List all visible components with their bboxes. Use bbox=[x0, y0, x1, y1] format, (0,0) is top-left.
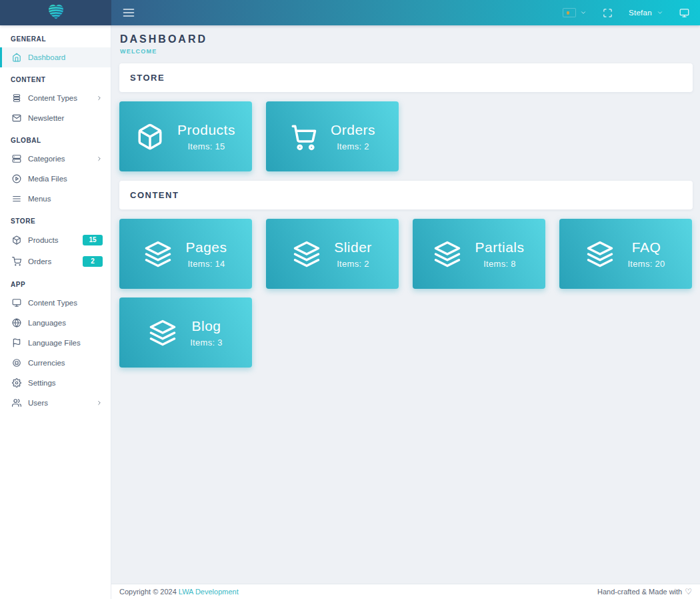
sidebar-item-dashboard[interactable]: Dashboard bbox=[0, 47, 111, 67]
sidebar-item-app-content-types[interactable]: Content Types bbox=[0, 293, 111, 313]
products-count-badge: 15 bbox=[83, 235, 103, 245]
globe-icon bbox=[12, 318, 21, 328]
fullscreen-button[interactable] bbox=[603, 8, 613, 18]
tile-count: Items: 8 bbox=[483, 259, 516, 269]
home-icon bbox=[12, 53, 21, 62]
tile-count: Items: 3 bbox=[190, 338, 223, 348]
sidebar-section-content: CONTENT bbox=[0, 67, 111, 88]
user-menu[interactable]: Stefan bbox=[629, 9, 663, 17]
layers-icon bbox=[293, 240, 321, 268]
gear-icon bbox=[12, 378, 21, 388]
sidebar: GENERAL Dashboard CONTENT Content Types bbox=[0, 25, 111, 599]
sidebar-item-language-files[interactable]: Language Files bbox=[0, 333, 111, 353]
app-window: Stefan GENERAL Dashboard CONTENT bbox=[0, 0, 700, 599]
sidebar-item-label: Orders bbox=[28, 257, 51, 265]
cart-icon bbox=[289, 123, 317, 151]
lwa-development-link[interactable]: LWA Development bbox=[179, 588, 239, 596]
sidebar-item-label: Users bbox=[28, 399, 48, 407]
blog-tile[interactable]: Blog Items: 3 bbox=[119, 297, 252, 368]
chevron-right-icon bbox=[96, 155, 103, 162]
sidebar-item-label: Languages bbox=[28, 319, 66, 327]
sidebar-item-label: Dashboard bbox=[28, 53, 65, 61]
partials-tile[interactable]: Partials Items: 8 bbox=[413, 219, 545, 289]
heart-icon: ♡ bbox=[685, 587, 692, 596]
sidebar-item-orders[interactable]: Orders 2 bbox=[0, 251, 111, 272]
stack-icon bbox=[12, 93, 21, 103]
footer: Copyright © 2024 LWA Development Hand-cr… bbox=[111, 584, 700, 599]
navbar: Stefan bbox=[111, 0, 700, 25]
orders-tile[interactable]: Orders Items: 2 bbox=[266, 101, 399, 171]
credit-text: Hand-crafted & Made with ♡ bbox=[597, 587, 692, 596]
sidebar-item-products[interactable]: Products 15 bbox=[0, 229, 111, 251]
tile-title: FAQ bbox=[632, 239, 661, 255]
brand-logo-area[interactable] bbox=[0, 0, 111, 25]
products-tile[interactable]: Products Items: 15 bbox=[119, 101, 252, 171]
cart-icon bbox=[12, 257, 21, 266]
sidebar-item-label: Media Files bbox=[28, 175, 67, 183]
coin-icon bbox=[12, 358, 21, 368]
menu-icon bbox=[12, 194, 21, 203]
copyright-label: Copyright © 2024 bbox=[119, 588, 177, 596]
tile-count: Items: 2 bbox=[337, 259, 369, 269]
chevron-right-icon bbox=[96, 400, 103, 406]
orders-count-badge: 2 bbox=[83, 256, 103, 267]
serbia-flag-icon bbox=[563, 9, 575, 17]
tile-count: Items: 15 bbox=[187, 141, 225, 151]
fingerprint-heart-logo-icon bbox=[47, 2, 65, 23]
chevron-right-icon bbox=[96, 95, 103, 101]
sidebar-item-users[interactable]: Users bbox=[0, 393, 111, 413]
tile-count: Items: 14 bbox=[187, 259, 225, 269]
sidebar-item-label: Language Files bbox=[28, 339, 81, 347]
sidebar-toggle-button[interactable] bbox=[122, 6, 135, 19]
content-tiles: Pages Items: 14 Slider Items: 2 bbox=[119, 219, 693, 368]
slider-tile[interactable]: Slider Items: 2 bbox=[266, 219, 399, 289]
sidebar-item-label: Content Types bbox=[28, 94, 77, 102]
layers-icon bbox=[144, 240, 172, 268]
sidebar-item-label: Settings bbox=[28, 379, 56, 387]
sidebar-section-store: STORE bbox=[0, 209, 111, 229]
tile-title: Orders bbox=[331, 122, 375, 138]
sidebar-item-label: Content Types bbox=[28, 299, 77, 307]
tile-title: Partials bbox=[475, 239, 524, 255]
user-name: Stefan bbox=[629, 9, 652, 17]
sidebar-item-content-types[interactable]: Content Types bbox=[0, 88, 111, 108]
tile-title: Products bbox=[177, 122, 235, 138]
sidebar-item-languages[interactable]: Languages bbox=[0, 313, 111, 333]
main-area: DASHBOARD WELCOME STORE Products Items: … bbox=[111, 25, 700, 599]
chevron-down-icon bbox=[580, 9, 587, 16]
sidebar-item-media-files[interactable]: Media Files bbox=[0, 169, 111, 189]
language-selector[interactable] bbox=[563, 9, 587, 17]
package-icon bbox=[136, 123, 164, 151]
monitor-icon bbox=[12, 298, 21, 308]
layers-icon bbox=[149, 319, 177, 347]
sidebar-item-label: Categories bbox=[28, 155, 65, 163]
tile-title: Blog bbox=[191, 318, 221, 334]
content-section-header: CONTENT bbox=[119, 181, 693, 209]
sidebar-item-menus[interactable]: Menus bbox=[0, 189, 111, 209]
pages-tile[interactable]: Pages Items: 14 bbox=[119, 219, 252, 289]
credit-label: Hand-crafted & Made with bbox=[597, 588, 682, 596]
sidebar-item-label: Currencies bbox=[28, 359, 65, 367]
page-header: DASHBOARD WELCOME bbox=[119, 33, 693, 63]
sidebar-item-label: Menus bbox=[28, 195, 51, 203]
sidebar-section-global: GLOBAL bbox=[0, 128, 111, 149]
users-icon bbox=[12, 398, 21, 408]
store-section-header: STORE bbox=[119, 63, 693, 92]
sidebar-item-newsletter[interactable]: Newsletter bbox=[0, 108, 111, 128]
faq-tile[interactable]: FAQ Items: 20 bbox=[559, 219, 692, 289]
page-title: DASHBOARD bbox=[120, 33, 692, 45]
frontend-view-button[interactable] bbox=[679, 8, 689, 18]
tile-count: Items: 20 bbox=[627, 259, 665, 269]
sidebar-section-general: GENERAL bbox=[0, 27, 111, 47]
sidebar-item-settings[interactable]: Settings bbox=[0, 373, 111, 393]
page-subtitle: WELCOME bbox=[120, 48, 692, 55]
sidebar-section-app: APP bbox=[0, 272, 111, 293]
sidebar-item-currencies[interactable]: Currencies bbox=[0, 353, 111, 373]
package-icon bbox=[12, 235, 21, 245]
tile-title: Slider bbox=[334, 239, 372, 255]
sidebar-item-label: Products bbox=[28, 236, 58, 244]
chevron-down-icon bbox=[657, 9, 663, 16]
top-navbar: Stefan bbox=[0, 0, 700, 25]
sidebar-item-categories[interactable]: Categories bbox=[0, 149, 111, 169]
copyright-text: Copyright © 2024 LWA Development bbox=[119, 588, 239, 596]
